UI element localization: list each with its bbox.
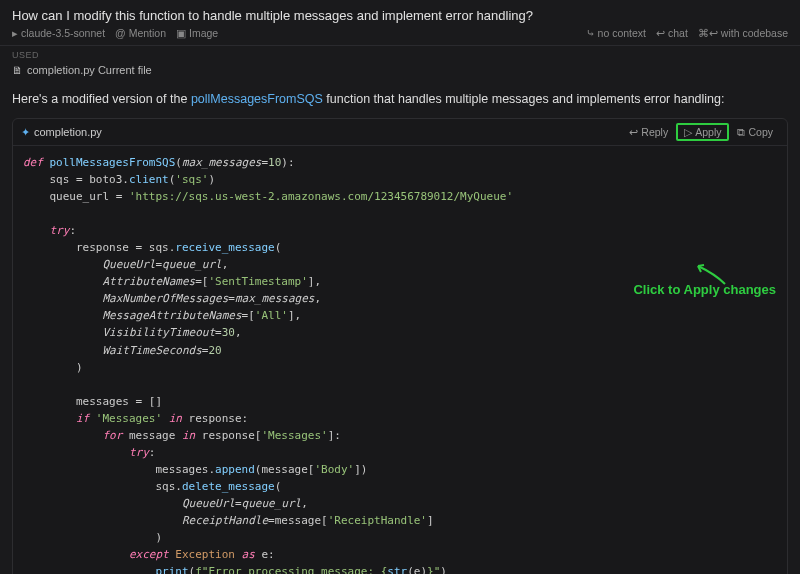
apply-button[interactable]: ▷ Apply bbox=[676, 123, 729, 141]
used-file[interactable]: 🗎 completion.py Current file bbox=[0, 62, 800, 84]
chat-button[interactable]: ↩ chat bbox=[656, 27, 688, 39]
used-label: USED bbox=[0, 46, 800, 62]
annotation-text: Click to Apply changes bbox=[633, 282, 776, 297]
code-block: ✦ completion.py ↩ Reply ▷ Apply ⧉ Copy d… bbox=[12, 118, 788, 574]
query-text: How can I modify this function to handle… bbox=[12, 8, 788, 23]
reply-button[interactable]: ↩ Reply bbox=[623, 124, 674, 140]
image-button[interactable]: ▣ Image bbox=[176, 27, 218, 39]
model-chip[interactable]: ▸ claude-3.5-sonnet bbox=[12, 27, 105, 39]
code-content: def pollMessagesFromSQS(max_messages=10)… bbox=[13, 146, 787, 574]
mention-button[interactable]: @ Mention bbox=[115, 27, 166, 39]
file-icon: 🗎 bbox=[12, 64, 23, 76]
file-icon: ✦ bbox=[21, 126, 30, 139]
model-name: claude-3.5-sonnet bbox=[21, 27, 105, 39]
code-filename: ✦ completion.py bbox=[21, 126, 102, 139]
used-file-name: completion.py Current file bbox=[27, 64, 152, 76]
codebase-button[interactable]: ⌘↩ with codebase bbox=[698, 27, 788, 39]
intro-function-name: pollMessagesFromSQS bbox=[191, 92, 323, 106]
response-intro: Here's a modified version of the pollMes… bbox=[0, 84, 800, 114]
copy-button[interactable]: ⧉ Copy bbox=[731, 124, 779, 141]
no-context-button[interactable]: ⤷ no context bbox=[586, 27, 646, 39]
